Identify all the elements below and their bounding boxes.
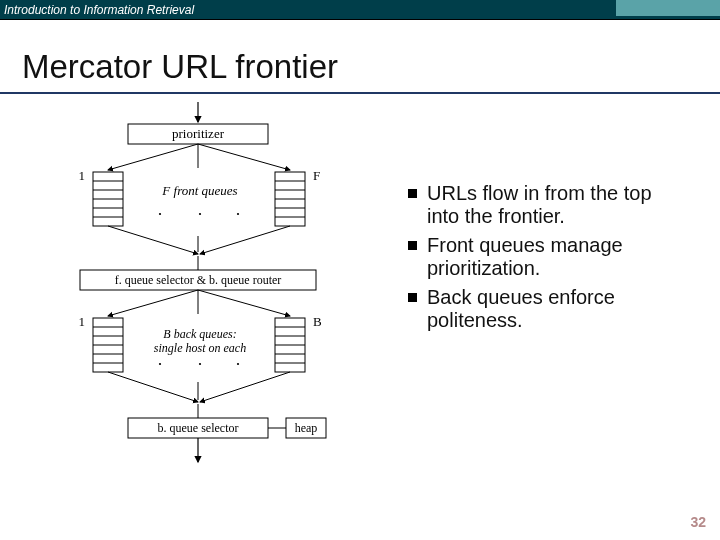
svg-text:f. queue selector & b. queue r: f. queue selector & b. queue router — [115, 273, 282, 287]
svg-text:single host on each: single host on each — [154, 341, 246, 355]
front-queue-right — [275, 172, 305, 226]
back-queue-left — [93, 318, 123, 372]
list-item: Front queues manage prioritization. — [408, 234, 688, 280]
bullet-icon — [408, 293, 417, 302]
breadcrumb: Introduction to Information Retrieval — [4, 3, 194, 17]
list-item: Back queues enforce politeness. — [408, 286, 688, 332]
svg-text:heap: heap — [295, 421, 318, 435]
svg-line-29 — [108, 290, 198, 316]
svg-line-2 — [108, 144, 198, 170]
svg-text:1: 1 — [79, 314, 86, 329]
title-rule — [0, 92, 720, 94]
bullet-list: URLs flow in from the top into the front… — [408, 182, 688, 472]
svg-line-4 — [198, 144, 290, 170]
svg-text:F front queues: F front queues — [161, 183, 237, 198]
svg-point-21 — [237, 213, 239, 215]
svg-point-46 — [159, 363, 161, 365]
mercator-diagram: prioritizer 1 — [0, 102, 390, 472]
svg-text:1: 1 — [79, 168, 86, 183]
bullet-text: URLs flow in from the top into the front… — [427, 182, 688, 228]
back-queue-right — [275, 318, 305, 372]
bullet-icon — [408, 189, 417, 198]
svg-text:F: F — [313, 168, 320, 183]
page-number: 32 — [690, 514, 706, 530]
bullet-text: Front queues manage prioritization. — [427, 234, 688, 280]
content-area: prioritizer 1 — [0, 102, 720, 472]
svg-point-20 — [199, 213, 201, 215]
page-title: Mercator URL frontier — [22, 48, 720, 86]
svg-line-23 — [108, 226, 198, 254]
svg-line-25 — [200, 226, 290, 254]
header-bar: Introduction to Information Retrieval — [0, 0, 720, 20]
svg-line-53 — [200, 372, 290, 402]
list-item: URLs flow in from the top into the front… — [408, 182, 688, 228]
svg-line-31 — [198, 290, 290, 316]
svg-point-48 — [237, 363, 239, 365]
svg-text:B: B — [313, 314, 322, 329]
bullet-text: Back queues enforce politeness. — [427, 286, 688, 332]
svg-line-51 — [108, 372, 198, 402]
svg-text:B back queues:: B back queues: — [163, 327, 236, 341]
svg-text:b. queue selector: b. queue selector — [158, 421, 239, 435]
svg-point-19 — [159, 213, 161, 215]
svg-point-47 — [199, 363, 201, 365]
diagram-svg: prioritizer 1 — [0, 102, 390, 482]
header-accent — [616, 0, 720, 16]
bullet-icon — [408, 241, 417, 250]
front-queue-left — [93, 172, 123, 226]
prioritizer-label: prioritizer — [172, 126, 225, 141]
